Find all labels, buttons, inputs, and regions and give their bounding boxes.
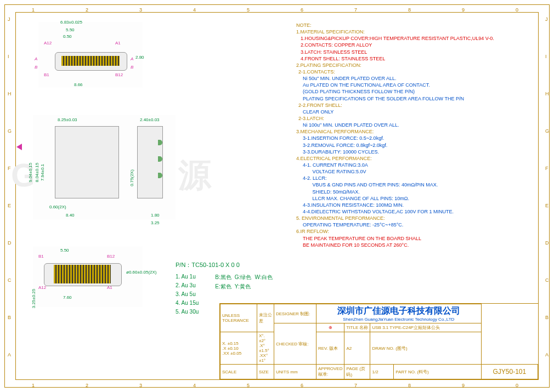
pn-opt-3: 3. Au 5u [176,290,199,299]
s4h: 4.ELECTRICAL PERFORMANCE: [296,155,538,162]
ruler-num: 5 [247,7,250,13]
pn-opt-1: 1. Au 1u [176,272,199,281]
s6h: 6.IR REFLOW: [296,228,538,235]
clr-g: G:绿色 [235,274,252,280]
s21h: 2-1.CONTACTS: [296,69,538,75]
ruler-num: 9 [462,383,465,388]
title-l: TITLE 名称 [346,325,368,330]
ruler-num: 0 [516,7,518,13]
notes-block: NOTE: 1.MATERIAL SPECIFICATION: 1.HOUSIN… [296,22,538,248]
dim-top-1: 6.83±0.025 [60,20,82,25]
dim-f3: 9.04±0.15 [28,163,33,183]
size: SIZE [259,370,269,374]
section-b-right: B [131,65,133,70]
s1-3: 3.LATCH: STAINLESS STEEL [296,49,538,55]
dim-top-3: 0.50 [63,34,72,39]
tol2a: .X ±0.10 [222,346,239,351]
dim-f1: 8.25±0.03 [58,117,77,122]
ruler-letter: E [8,203,11,208]
s4-2: VOLTAGE RATING:5.0V [296,168,538,175]
section-b-left: B [35,65,37,70]
s1-1: 1.HOUSING&PICKUP COVER:HIGH TEMPERATURE … [296,35,538,42]
tol2b: .X° ±1.5° [259,343,269,353]
ruler-num: 0 [516,383,518,388]
dim-f2: 2.40±0.03 [140,117,160,122]
dim-b2: 7.60 [63,295,72,300]
front-body-1 [55,126,119,198]
s6-2: BE MAINTAINED FOR 10 SECONDS AT 260°C. [296,242,538,248]
ruler-num: 7 [354,383,357,388]
ruler-letter: C [8,277,12,283]
front-view [33,115,176,219]
units: UNITS [276,370,289,374]
clr-w: W:白色 [255,274,273,280]
pin-b1: B1 [44,72,49,77]
pin-b12: B12 [115,72,123,77]
part-l: PART NO. (料号) [395,370,428,374]
pn-opt-4: 4. Au 15u [176,299,199,308]
pin-a1: A1 [115,41,121,46]
bottom-pins [54,265,111,283]
ruler-num: 4 [193,7,196,13]
dim-top-2: 5.50 [66,27,75,32]
ruler-num: 2 [86,7,88,13]
ruler-num: 1 [32,383,35,388]
company-en: ShenZhen GuangJiaYuan Electronic Technol… [318,317,479,322]
ruler-num: 6 [301,383,303,388]
s4-5: SHIELD: 50mΩ/MAX. [296,189,538,195]
s1h: 1.MATERIAL SPECIFICATION: [296,29,538,35]
title-block: UNLESS TOLERANCE 未注公差 DESIGNER 制图: 深圳市广佳… [219,303,539,380]
title-v: USB 3.1 TYPE-C24P立贴短体公头 [372,325,439,330]
section-a-left: A [35,56,37,61]
s3-1: 3-1.INSERTION FORCE: 0.5~2.0kgf. [296,135,538,141]
bpin-b12: B12 [107,254,115,259]
ruler-letter: I [8,54,9,59]
s4-4: VBUS & GND PINS AND OTHER PINS: 40mΩ/PIN… [296,181,538,188]
top-view [38,22,143,88]
dim-top-5: 8.66 [74,82,83,87]
part-v: GJY50-101 [493,368,526,376]
unless-cn: 未注公差 [259,313,272,323]
ruler-letter: H [8,91,12,96]
units-v: mm [290,370,297,374]
checked: CHECKED 审核: [276,342,309,346]
tol1a: X. ±0.15 [222,341,239,346]
s2h: 2.PLATING SPECIFICATION: [296,62,538,69]
pn-main: P/N：TC50-101-0 X 0 0 [176,260,273,270]
dim-f9: 1.80 [151,213,160,218]
bottom-view [33,247,143,307]
ruler-letter: I [545,54,547,59]
s4-6: LLCR MAX. CHANGE OF ALL PINS: 10mΩ. [296,195,538,202]
dim-f6: 0.75(2X) [129,169,134,186]
ruler-num: 7 [354,7,357,13]
s22h: 2-2.FRONT SHELL: [296,102,538,109]
dim-f4: 8.04±0.15 [35,163,39,183]
ruler-num: 2 [86,383,88,388]
ruler-letter: J [545,16,548,22]
ruler-num: 8 [408,383,411,388]
ruler-letter: G [8,128,12,134]
contact-pins [61,56,120,66]
tol3a: .XX ±0.05 [222,351,241,356]
ruler-letter: J [8,16,10,22]
pin-a12: A12 [44,41,52,46]
s4-3: 4-2. LLCR: [296,175,538,181]
s4-1: 4-1. CURRENT RATING:3.0A [296,162,538,168]
bpin-a12: A12 [38,285,46,290]
dim-b4: ø0.60±0.05(2X) [126,270,157,275]
ruler-num: 3 [139,7,142,13]
s21-4: PLATING SPECIFICATIONS OF THE SOLDER ARE… [296,95,538,102]
tol1b: X°. ±2° [259,333,265,343]
dim-f8: 8.40 [66,213,75,218]
ruler-letter: B [8,315,11,320]
dim-f10: 3.25 [151,220,160,225]
front-body-2 [137,126,163,198]
s5h: 5. ENVIRONMENTAL PERFORMANCE: [296,215,538,221]
pn-opt-2: 2. Au 3u [176,281,199,290]
dim-f5: 7.94±0.1 [40,164,45,181]
s21-2: Au PLATED ON THE FUNCTIONAL AREA OF CONT… [296,82,538,88]
clr-b: B:黑色 [215,274,231,280]
ruler-letter: C [545,277,549,283]
ruler-num: 6 [301,7,303,13]
ruler-letter: F [8,166,11,171]
